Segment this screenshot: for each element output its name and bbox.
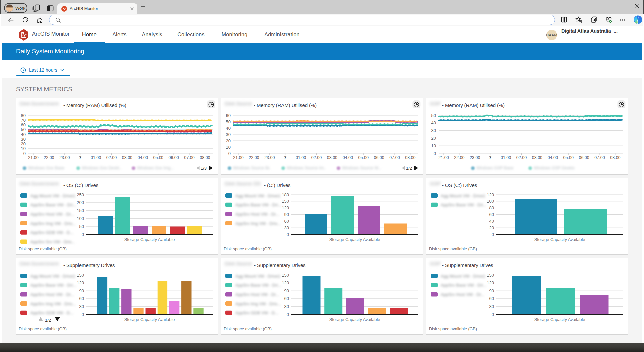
svg-text:7: 7 xyxy=(79,155,81,160)
svg-text:0: 0 xyxy=(82,232,84,237)
svg-text:- Supplementary Drives: - Supplementary Drives xyxy=(63,262,115,268)
svg-text:07:00: 07:00 xyxy=(184,155,194,160)
svg-text:- Memory (RAM) Utilised (%): - Memory (RAM) Utilised (%) xyxy=(254,102,317,108)
svg-text:10: 10 xyxy=(226,145,231,150)
svg-text:- (C:) Drives: - (C:) Drives xyxy=(264,182,291,188)
svg-text:50: 50 xyxy=(21,127,26,132)
svg-text:06:00: 06:00 xyxy=(374,155,384,160)
svg-text:0: 0 xyxy=(228,151,231,156)
svg-text:- Supplementary Drives: - Supplementary Drives xyxy=(442,262,493,268)
svg-text:23:00: 23:00 xyxy=(59,155,70,160)
svg-text:Storage Capacity Available: Storage Capacity Available xyxy=(534,237,585,242)
svg-text:Disk space available (GB): Disk space available (GB) xyxy=(429,247,477,251)
svg-text:02:00: 02:00 xyxy=(106,155,117,160)
svg-text:50: 50 xyxy=(226,119,231,124)
svg-text:03:00: 03:00 xyxy=(532,155,542,160)
svg-text:23:00: 23:00 xyxy=(264,155,275,160)
svg-text:20: 20 xyxy=(226,138,231,143)
svg-text:0: 0 xyxy=(287,232,289,237)
svg-text:Disk space available (GB): Disk space available (GB) xyxy=(19,327,67,331)
svg-text:Storage Capacity Available: Storage Capacity Available xyxy=(124,237,175,242)
svg-text:Disk space available (GB): Disk space available (GB) xyxy=(429,327,477,331)
svg-text:30: 30 xyxy=(431,128,436,133)
svg-text:40: 40 xyxy=(21,132,26,137)
svg-text:40: 40 xyxy=(226,126,231,131)
svg-text:04:00: 04:00 xyxy=(343,155,353,160)
svg-text:03:00: 03:00 xyxy=(327,155,337,160)
svg-text:02:00: 02:00 xyxy=(311,155,322,160)
svg-text:22:00: 22:00 xyxy=(454,155,464,160)
svg-text:06:00: 06:00 xyxy=(579,155,589,160)
svg-text:06:00: 06:00 xyxy=(168,155,179,160)
svg-text:01:00: 01:00 xyxy=(296,155,306,160)
svg-text:20: 20 xyxy=(431,136,436,141)
svg-text:07:00: 07:00 xyxy=(594,155,605,160)
svg-text:60: 60 xyxy=(226,113,231,118)
svg-text:1/3: 1/3 xyxy=(201,166,207,171)
svg-text:Disk space available (GB): Disk space available (GB) xyxy=(19,247,67,251)
svg-text:21:00: 21:00 xyxy=(438,155,449,160)
svg-text:40: 40 xyxy=(489,219,494,224)
svg-text:10: 10 xyxy=(431,143,436,148)
svg-text:08:00: 08:00 xyxy=(405,155,415,160)
svg-text:30: 30 xyxy=(226,132,231,137)
svg-text:7: 7 xyxy=(489,155,491,160)
svg-text:07:00: 07:00 xyxy=(389,155,400,160)
svg-text:03:00: 03:00 xyxy=(122,155,132,160)
svg-text:7: 7 xyxy=(284,155,286,160)
svg-text:Disk space available (GB): Disk space available (GB) xyxy=(224,247,272,251)
svg-text:23:00: 23:00 xyxy=(470,155,480,160)
svg-text:01:00: 01:00 xyxy=(91,155,101,160)
svg-text:70: 70 xyxy=(21,118,26,123)
svg-text:05:00: 05:00 xyxy=(153,155,163,160)
svg-text:10: 10 xyxy=(21,146,26,151)
svg-text:0: 0 xyxy=(82,312,84,317)
svg-text:20: 20 xyxy=(21,141,26,146)
svg-text:0: 0 xyxy=(492,312,494,317)
svg-text:- Supplementary Drives: - Supplementary Drives xyxy=(254,262,306,268)
svg-text:1/2: 1/2 xyxy=(45,318,51,323)
svg-text:22:00: 22:00 xyxy=(249,155,259,160)
svg-text:05:00: 05:00 xyxy=(563,155,574,160)
svg-text:- Memory (RAM) Utilised (%): - Memory (RAM) Utilised (%) xyxy=(442,102,505,108)
svg-text:- Memory (RAM) Utilised (%): - Memory (RAM) Utilised (%) xyxy=(63,102,126,108)
svg-text:60: 60 xyxy=(21,122,26,127)
svg-text:30: 30 xyxy=(21,137,26,142)
svg-text:04:00: 04:00 xyxy=(138,155,148,160)
svg-text:0: 0 xyxy=(492,232,494,237)
svg-text:Storage Capacity Available: Storage Capacity Available xyxy=(329,237,380,242)
svg-text:20: 20 xyxy=(489,225,494,230)
svg-text:0: 0 xyxy=(434,151,436,156)
svg-text:0: 0 xyxy=(287,312,289,317)
svg-text:1/2: 1/2 xyxy=(406,166,412,171)
svg-text:Storage Capacity Available: Storage Capacity Available xyxy=(124,317,175,322)
svg-text:- OS (C:) Drives: - OS (C:) Drives xyxy=(442,182,477,188)
svg-text:30: 30 xyxy=(489,304,494,309)
svg-text:0: 0 xyxy=(23,151,26,156)
svg-text:40: 40 xyxy=(431,120,436,125)
svg-text:05:00: 05:00 xyxy=(358,155,369,160)
svg-text:Disk space available (GB): Disk space available (GB) xyxy=(224,327,272,331)
svg-text:01:00: 01:00 xyxy=(501,155,511,160)
svg-text:50: 50 xyxy=(431,113,436,118)
svg-text:02:00: 02:00 xyxy=(516,155,527,160)
svg-text:- OS (C:) Drives: - OS (C:) Drives xyxy=(63,182,98,188)
svg-text:Storage Capacity Available: Storage Capacity Available xyxy=(534,317,585,322)
svg-text:08:00: 08:00 xyxy=(610,155,620,160)
svg-text:04:00: 04:00 xyxy=(548,155,558,160)
svg-text:80: 80 xyxy=(21,113,26,118)
svg-text:08:00: 08:00 xyxy=(200,155,210,160)
svg-text:21:00: 21:00 xyxy=(233,155,243,160)
svg-text:Storage Capacity Available: Storage Capacity Available xyxy=(329,317,380,322)
svg-text:60: 60 xyxy=(489,212,494,217)
svg-text:22:00: 22:00 xyxy=(44,155,54,160)
svg-text:21:00: 21:00 xyxy=(28,155,38,160)
